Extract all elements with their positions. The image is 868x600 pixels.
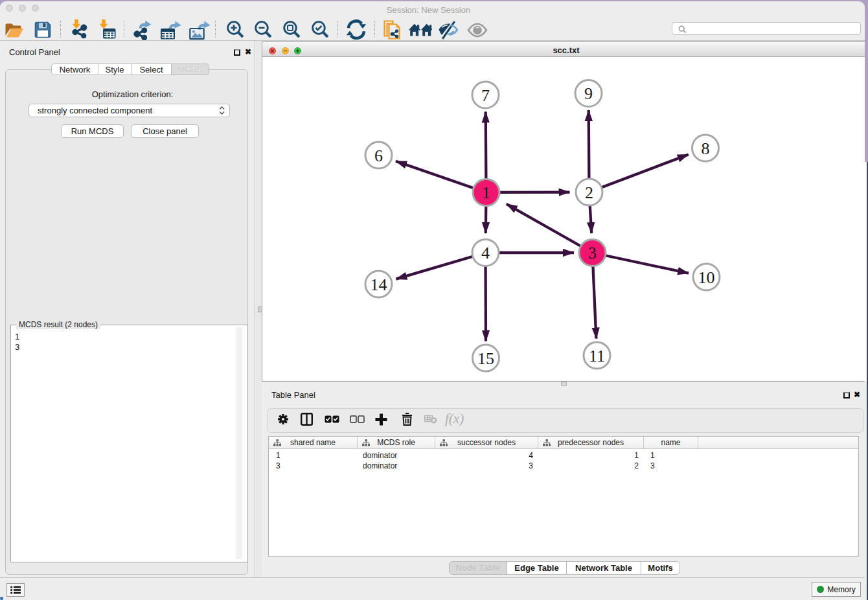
- svg-text:6: 6: [374, 146, 383, 165]
- svg-text:8: 8: [702, 139, 710, 158]
- svg-text:10: 10: [698, 268, 715, 287]
- svg-text:15: 15: [477, 349, 494, 368]
- svg-text:1: 1: [482, 183, 490, 202]
- svg-text:2: 2: [585, 183, 593, 202]
- svg-text:3: 3: [588, 244, 597, 262]
- svg-text:7: 7: [481, 86, 490, 105]
- svg-text:11: 11: [589, 347, 605, 365]
- svg-text:4: 4: [481, 244, 490, 262]
- svg-text:14: 14: [371, 275, 387, 294]
- svg-text:9: 9: [584, 84, 593, 103]
